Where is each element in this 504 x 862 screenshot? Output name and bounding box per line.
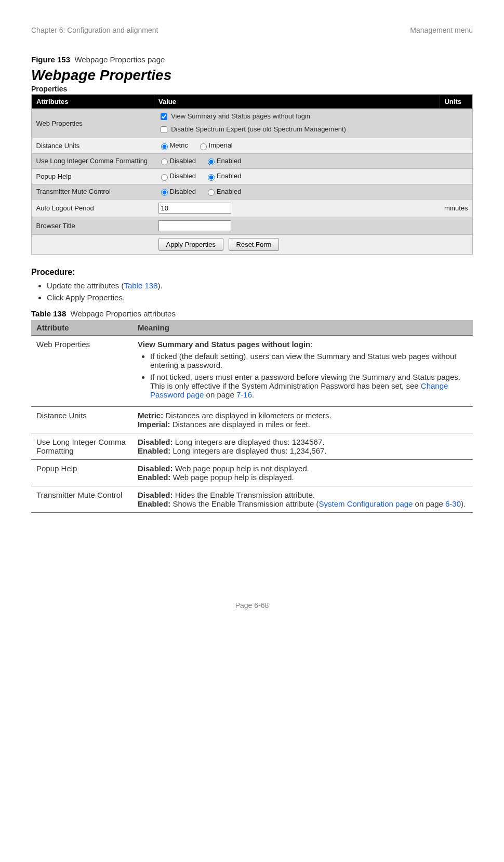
row-longint-label: Use Long Integer Comma Formatting	[32, 153, 154, 169]
proc-1-text-b: ).	[157, 281, 162, 290]
attr-web-properties: Web Properties	[31, 336, 132, 407]
meaning-distance-units: Metric: Distances are displayed in kilom…	[132, 407, 473, 433]
figure-caption: Figure 153 Webpage Properties page	[31, 55, 473, 64]
row-autologout-label: Auto Logout Period	[32, 200, 154, 217]
popup-enabled-t: Web page popup help is displayed.	[170, 473, 294, 482]
dist-metric-b: Metric:	[138, 411, 163, 420]
row-web-properties-units	[440, 109, 472, 138]
metric-label: Metric	[170, 141, 188, 149]
attr-tx-mute: Transmitter Mute Control	[31, 486, 132, 513]
popup-enabled-radio[interactable]	[208, 174, 215, 181]
row-distance-label: Distance Units	[32, 138, 154, 154]
longint-enabled-label: Enabled	[217, 157, 242, 165]
row-txmute-units	[440, 184, 472, 200]
chapter-header: Chapter 6: Configuration and alignment	[31, 26, 158, 34]
longint-disabled-radio[interactable]	[161, 158, 168, 165]
meaning-web-properties: View Summary and Status pages without lo…	[132, 336, 473, 407]
popup-disabled-t: Web page popup help is not displayed.	[173, 464, 309, 473]
row-longint-value: Disabled Enabled	[154, 153, 440, 169]
view-summary-checkbox[interactable]	[161, 113, 167, 120]
table-title: Webpage Properties attributes	[71, 309, 176, 318]
row-autologout-units: minutes	[440, 200, 472, 217]
figure-title: Webpage Properties page	[74, 55, 165, 64]
section-header: Management menu	[410, 26, 473, 34]
txmute-enabled-bt: on page	[413, 499, 445, 508]
wp-bullet-1: If ticked (the default setting), users c…	[150, 352, 468, 369]
row-distance-units	[440, 138, 472, 154]
col-attributes: Attributes	[32, 95, 154, 109]
meaning-tx-mute: Disabled: Hides the Enable Transmission …	[132, 486, 473, 513]
figure-label: Figure 153	[31, 55, 70, 64]
row-autologout-value	[154, 200, 440, 217]
attr-distance-units: Distance Units	[31, 407, 132, 433]
attr-long-int: Use Long Integer Comma Formatting	[31, 433, 132, 460]
meaning-popup-help: Disabled: Web page popup help is not dis…	[132, 460, 473, 486]
disable-spectrum-checkbox[interactable]	[161, 126, 167, 133]
row-popup-units	[440, 169, 472, 184]
wp-lead-bold: View Summary and Status pages without lo…	[138, 340, 310, 349]
row-txmute-value: Disabled Enabled	[154, 184, 440, 200]
table-row: Web Properties View Summary and Status p…	[31, 336, 473, 407]
table-label: Table 138	[31, 309, 66, 318]
col-value: Value	[154, 95, 440, 109]
page-7-16-link[interactable]: 7-16	[236, 390, 252, 399]
txmute-enabled-radio[interactable]	[208, 189, 215, 196]
row-txmute-label: Transmitter Mute Control	[32, 184, 154, 200]
wp-bullet-2: If not ticked, users must enter a passwo…	[150, 373, 468, 399]
dist-imperial-b: Imperial:	[138, 420, 170, 429]
popup-disabled-radio[interactable]	[161, 174, 168, 181]
popup-enabled-label: Enabled	[217, 172, 242, 180]
txmute-disabled-label: Disabled	[170, 188, 196, 195]
dist-metric-t: Distances are displayed in kilometers or…	[163, 411, 331, 420]
wp-b2-c: .	[252, 390, 254, 399]
table-row: Use Long Integer Comma Formatting Disabl…	[31, 433, 473, 460]
browser-title-input[interactable]	[158, 220, 231, 231]
th-meaning: Meaning	[132, 320, 473, 336]
procedure-step-1: Update the attributes (Table 138).	[47, 281, 473, 290]
button-row: Apply Properties Reset Form	[32, 235, 472, 255]
row-popup-value: Disabled Enabled	[154, 169, 440, 184]
long-enabled-b: Enabled:	[138, 446, 170, 455]
system-config-link[interactable]: System Configuration page	[319, 499, 413, 508]
proc-1-text-a: Update the attributes (	[47, 281, 124, 290]
table-caption: Table 138 Webpage Properties attributes	[31, 309, 473, 318]
txmute-disabled-t: Hides the Enable Transmission attribute.	[173, 490, 315, 499]
txmute-disabled-b: Disabled:	[138, 490, 173, 499]
longint-enabled-radio[interactable]	[208, 158, 215, 165]
row-distance-value: Metric Imperial	[154, 138, 440, 154]
row-web-properties-label: Web Properties	[32, 109, 154, 138]
row-browsertitle-label: Browser Title	[32, 217, 154, 235]
wp-subtitle: Properties	[31, 85, 473, 93]
txmute-disabled-radio[interactable]	[161, 189, 168, 196]
reset-form-button[interactable]: Reset Form	[229, 238, 280, 251]
apply-properties-button[interactable]: Apply Properties	[158, 238, 223, 251]
th-attribute: Attribute	[31, 320, 132, 336]
metric-radio[interactable]	[161, 143, 168, 150]
popup-disabled-b: Disabled:	[138, 464, 173, 473]
txmute-enabled-a: Shows the Enable Transmission attribute …	[170, 499, 319, 508]
longint-disabled-label: Disabled	[170, 157, 196, 165]
imperial-label: Imperial	[209, 141, 233, 149]
row-browsertitle-units	[440, 217, 472, 235]
imperial-radio[interactable]	[200, 143, 207, 150]
attr-popup-help: Popup Help	[31, 460, 132, 486]
page-6-30-link[interactable]: 6-30	[445, 499, 461, 508]
auto-logout-input[interactable]	[158, 203, 231, 214]
txmute-enabled-b: Enabled:	[138, 499, 170, 508]
row-popup-label: Popup Help	[32, 169, 154, 184]
txmute-enabled-c: ).	[461, 499, 466, 508]
view-summary-label: View Summary and Status pages without lo…	[171, 112, 310, 120]
procedure-step-2: Click Apply Properties.	[47, 293, 473, 302]
wp-lead-colon: :	[310, 340, 312, 349]
txmute-enabled-label: Enabled	[217, 188, 242, 195]
procedure-heading: Procedure:	[31, 268, 473, 277]
long-enabled-t: Long integers are displayed thus: 1,234,…	[170, 446, 326, 455]
table-138-link[interactable]: Table 138	[124, 281, 157, 290]
disable-spectrum-label: Disable Spectrum Expert (use old Spectru…	[171, 125, 346, 133]
col-units: Units	[440, 95, 472, 109]
dist-imperial-t: Distances are displayed in miles or feet…	[170, 420, 310, 429]
popup-disabled-label: Disabled	[170, 172, 196, 180]
wp-title: Webpage Properties	[31, 67, 473, 84]
long-disabled-t: Long integers are displayed thus: 123456…	[173, 437, 325, 446]
wp-b2-b: on page	[204, 390, 236, 399]
